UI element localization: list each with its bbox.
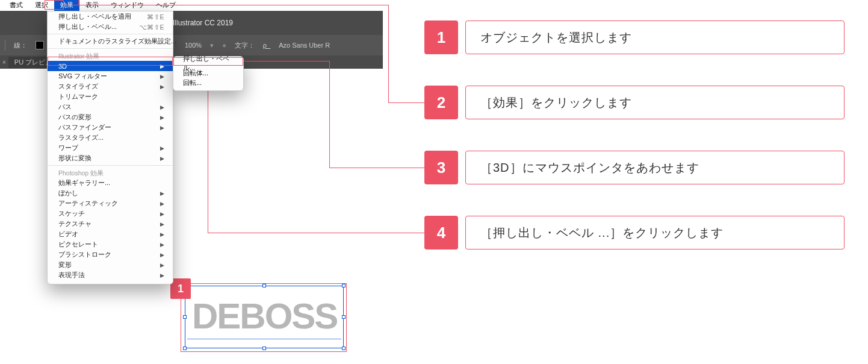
menu-label: アーティスティック [58,199,118,208]
menu-svg-filter[interactable]: SVG フィルター ▶ [48,71,173,81]
connector-line [329,168,424,168]
menu-artistic[interactable]: アーティスティック ▶ [48,198,173,209]
menu-path[interactable]: パス ▶ [48,102,173,112]
menu-label: ブラシストローク [58,250,111,259]
section-illustrator-effects: Illustrator 効果 [48,51,173,61]
menu-format[interactable]: 書式 [4,0,29,11]
menu-pathfinder[interactable]: パスファインダー ▶ [48,122,173,133]
menu-label: パス [58,102,72,111]
text-baseline [187,339,341,339]
section-label: Photoshop 効果 [58,169,104,178]
menu-label: パスの変形 [58,113,91,122]
illustrator-window: 書式 選択 効果 表示 ウィンドウ ヘルプ Adobe Illustrator … [0,0,383,69]
step-4: 4 ［押し出し・ベベル ...］をクリックします [424,216,845,249]
menu-view[interactable]: 表示 [79,0,105,11]
menu-blur[interactable]: ぼかし ▶ [48,188,173,198]
step-text: ［3D］にマウスポインタをあわせます [465,151,845,184]
chevron-right-icon: ▶ [160,125,164,131]
font-name[interactable]: Azo Sans Uber R [279,42,330,49]
menu-window[interactable]: ウィンドウ [105,0,150,11]
menu-apply-last-effect[interactable]: 押し出し・ベベルを適用 ⌘⇧E [48,11,173,22]
menu-rasterize[interactable]: ラスタライズ... [48,133,173,143]
selection-handle[interactable] [262,347,266,350]
step-number: 1 [424,20,458,54]
menu-distort[interactable]: パスの変形 ▶ [48,112,173,122]
section-label: Illustrator 効果 [58,52,99,61]
chevron-right-icon: ▶ [160,145,164,151]
effect-dropdown: 押し出し・ベベルを適用 ⌘⇧E 押し出し・ベベル... ⌥⌘⇧E ドキュメントの… [47,11,173,284]
step-2: 2 ［効果］をクリックします [424,86,845,119]
chevron-right-icon: ▶ [160,221,164,227]
stroke-swatch[interactable] [36,41,44,49]
menu-label: SVG フィルター [58,72,107,81]
connector-line [388,102,424,103]
chevron-right-icon: ▶ [160,272,164,278]
separator-icon [48,48,173,49]
menu-distort-ps[interactable]: 変形 ▶ [48,260,173,270]
menu-label: ラスタライズ... [58,133,104,142]
separator-icon [48,34,173,34]
artwork-step-badge: 1 [170,278,191,299]
menu-label: 効果ギャラリー... [58,178,110,187]
menu-label: スタイライズ [58,82,98,91]
chevron-right-icon: ▶ [160,115,164,121]
chevron-right-icon: ▶ [160,155,164,162]
chevron-right-icon: ▶ [160,63,164,69]
menu-brush-strokes[interactable]: ブラシストローク ▶ [48,249,173,260]
selection-handle[interactable] [183,315,187,319]
menu-label: ビデオ [58,230,78,239]
menu-select[interactable]: 選択 [29,0,54,11]
menu-trim-marks[interactable]: トリムマーク [48,92,173,102]
shortcut-label: ⌘⇧E [147,13,164,20]
shortcut-label: ⌥⌘⇧E [139,24,164,31]
menu-label: 表現手法 [58,271,85,280]
artwork-text[interactable]: DEBOSS [192,295,343,337]
menu-stylize-ps[interactable]: 表現手法 ▶ [48,270,173,280]
chevron-right-icon: ▶ [160,242,164,248]
close-icon[interactable]: × [2,59,6,66]
selection-handle[interactable] [342,284,346,287]
stroke-label: 線： [14,41,27,50]
step-1: 1 オブジェクトを選択します [424,20,845,54]
menu-effect-gallery[interactable]: 効果ギャラリー... [48,178,173,188]
menu-3d[interactable]: 3D ▶ [48,61,173,71]
chevron-right-icon: ▶ [160,252,164,258]
chevron-right-icon: ▶ [160,211,164,217]
menu-raster-settings[interactable]: ドキュメントのラスタライズ効果設定... [48,36,173,46]
submenu-extrude-bevel[interactable]: 押し出し・ベベル... [173,58,243,68]
selection-handle[interactable] [183,347,187,350]
step-3: 3 ［3D］にマウスポインタをあわせます [424,151,845,184]
chevron-right-icon: ▶ [160,262,164,268]
menu-label: ワープ [58,143,78,152]
chevron-right-icon: ▶ [160,74,164,80]
menu-label: 押し出し・ベベルを適用 [58,12,131,21]
step-text: オブジェクトを選択します [465,20,845,54]
step-number: 3 [424,151,458,184]
menu-label: 形状に変換 [58,154,91,163]
menu-label: トリムマーク [58,92,98,101]
chevron-right-icon: ▶ [160,231,164,237]
submenu-rotate[interactable]: 回転... [173,78,243,87]
menu-effect[interactable]: 効果 [54,0,79,11]
menu-help[interactable]: ヘルプ [150,0,182,11]
separator-icon [48,165,173,166]
connector-line [208,233,424,233]
section-photoshop-effects: Photoshop 効果 [48,168,173,178]
menu-last-effect[interactable]: 押し出し・ベベル... ⌥⌘⇧E [48,22,173,32]
menu-label: パスファインダー [58,123,111,132]
menu-video[interactable]: ビデオ ▶ [48,229,173,239]
menu-stylize[interactable]: スタイライズ ▶ [48,81,173,92]
connector-line [64,5,389,5]
selection-handle[interactable] [262,284,266,287]
chevron-right-icon: ▶ [160,84,164,90]
menu-sketch[interactable]: スケッチ ▶ [48,209,173,219]
selection-handle[interactable] [342,347,346,350]
opacity-value[interactable]: 100% [185,42,202,49]
chevron-right-icon: ▶ [160,201,164,207]
menu-warp[interactable]: ワープ ▶ [48,143,173,153]
menu-texture[interactable]: テクスチャ ▶ [48,219,173,229]
menu-convert-shape[interactable]: 形状に変換 ▶ [48,153,173,163]
menu-pixelate[interactable]: ピクセレート ▶ [48,239,173,249]
menu-label: 変形 [58,260,72,269]
step-text: ［押し出し・ベベル ...］をクリックします [465,216,845,249]
